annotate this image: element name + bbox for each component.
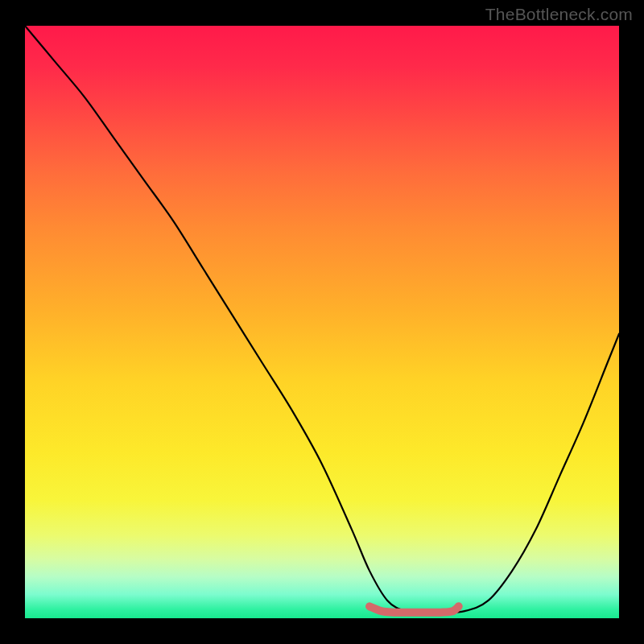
chart-frame: TheBottleneck.com [0,0,644,644]
minimum-marker [369,606,459,612]
chart-plot-area [25,26,619,618]
chart-svg [25,26,619,618]
bottleneck-curve [25,26,619,613]
watermark-text: TheBottleneck.com [485,5,633,24]
